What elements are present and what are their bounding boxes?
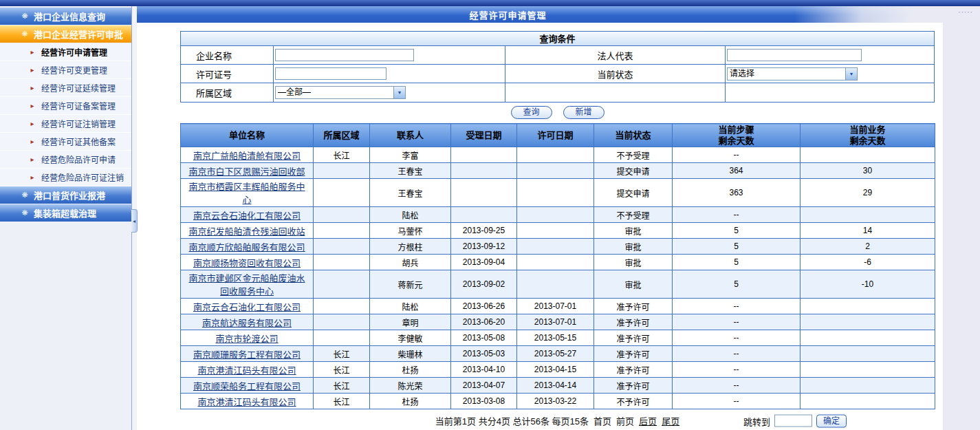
sidebar-collapse-handle[interactable]: ◂ [131,209,138,233]
license-no-cell [274,65,505,83]
col-header-status: 当前状态 [594,124,673,147]
cell-step-days-remaining: -- [673,394,801,409]
cell-status: 审批 [594,223,673,239]
last-page-link[interactable]: 尾页 [662,414,679,427]
region-select[interactable]: —全部— ▼ [275,86,406,99]
sidebar-group-item[interactable]: ❋ 港口企业信息查询 [0,8,131,25]
company-name-link[interactable]: 南京云合石油化工有限公司 [193,302,301,312]
dropdown-arrow-icon: ▼ [845,68,857,80]
cell-region: 长江 [314,147,370,163]
company-name-link[interactable]: 南京顺方欣船舶服务有限公司 [188,242,305,252]
company-name-link[interactable]: 南京市栖霞区丰辉船舶服务中心 [188,182,305,205]
cell-region [314,255,370,270]
cell-region [314,223,370,239]
page-title: 经营许可申请管理 [469,8,546,21]
status-cell: 请选择 ▼ [726,65,934,83]
cell-company-name: 南京顺扬物资回收有限公司 [181,255,314,270]
cell-business-days-remaining: 30 [801,163,935,179]
sidebar-divider: ◂ [132,6,137,430]
cell-region [314,179,370,207]
company-name-link[interactable]: 南京港清江码头有限公司 [197,365,296,376]
cell-step-days-remaining: 363 [673,179,801,207]
sidebar-sub-item[interactable]: ▸ 经营危险品许可证注销 [0,169,131,186]
license-no-input[interactable] [275,67,386,80]
company-name-label: 企业名称 [181,46,274,65]
sidebar-group-item[interactable]: ❋ 集装箱超载治理 [0,204,131,222]
company-name-link[interactable]: 南京顺珊服务工程有限公司 [193,350,301,360]
next-page-link[interactable]: 后页 [639,414,657,427]
cell-region: 长江 [314,346,370,362]
cell-contact: 马蓥怀 [370,223,451,239]
cell-accept-date [451,163,517,179]
sidebar-sub-item[interactable]: ▸ 经营许可证其他备案 [0,133,131,151]
cell-business-days-remaining [801,207,935,223]
company-name-link[interactable]: 南京航达服务有限公司 [202,318,292,328]
sidebar-sub-item[interactable]: ▸ 经营许可变更管理 [0,61,131,79]
sidebar-sub-item[interactable]: ▸ 经营危险品许可申请 [0,151,131,169]
sidebar-sub-label: 经营许可证延续管理 [41,82,116,94]
status-select[interactable]: 请选择 ▼ [727,67,858,80]
cell-accept-date: 2013-05-08 [451,330,517,346]
main-area: 经营许可申请管理 ∙∙∙∙∙ 查询条件 企业名称 法人代表 [137,6,980,430]
company-name-link[interactable]: 南京广益船舶清舱有限公司 [193,151,301,161]
empty-cell [505,83,726,102]
company-name-link[interactable]: 南京顺扬物资回收有限公司 [193,258,301,268]
company-name-input[interactable] [275,49,414,61]
cell-business-days-remaining: -10 [801,270,935,299]
cell-license-date [517,223,594,239]
results-tbody: 南京广益船舶清舱有限公司 长江 李富 不予受理 -- 南京市白下区恩赐污油回收部… [181,147,935,409]
cell-accept-date: 2013-06-20 [451,314,517,330]
legal-rep-input[interactable] [727,49,862,61]
sidebar-group-item[interactable]: ❋ 港口普货作业报港 [0,186,131,204]
cell-region [314,239,370,255]
company-name-link[interactable]: 南京港清江码头有限公司 [197,397,296,407]
cell-business-days-remaining [801,378,935,394]
table-row: 南京航达服务有限公司 章明 2013-06-20 2013-07-01 准予许可… [181,314,935,330]
prev-page-link[interactable]: 前页 [616,414,634,427]
cell-step-days-remaining: -- [673,330,801,346]
jump-to-input[interactable] [774,415,812,427]
cell-company-name: 南京市栖霞区丰辉船舶服务中心 [181,179,314,207]
company-name-link[interactable]: 南京顺荣船务工程有限公司 [193,381,301,391]
cell-step-days-remaining: -- [673,207,801,223]
cell-region [314,207,370,223]
search-button[interactable]: 查询 [511,106,552,119]
cell-status: 准予许可 [594,314,673,330]
sidebar-group-item[interactable]: ❋ 港口企业经营许可审批 [0,25,131,43]
cell-contact: 柴珊林 [370,346,451,362]
sidebar-sub-item[interactable]: ▸ 经营许可证延续管理 [0,79,131,97]
sidebar-menu: ❋ 港口企业信息查询 ❋ 港口企业经营许可审批 ▸ 经营许可申请管理 ▸ 经营许… [0,8,131,222]
table-row: 南京市轮渡公司 李健敏 2013-05-08 2013-05-15 准予许可 -… [181,330,935,346]
sidebar-sub-item[interactable]: ▸ 经营许可证备案管理 [0,97,131,115]
cell-license-date [517,179,594,207]
company-name-link[interactable]: 南京市建邺区金元船舶废油水回收服务中心 [188,273,305,297]
sidebar-sub-item[interactable]: ▸ 经营许可证注销管理 [0,115,131,133]
cell-company-name: 南京市轮渡公司 [181,330,314,346]
submenu-arrow-icon: ▸ [29,66,36,74]
cell-license-date [517,163,594,179]
cell-contact: 陆松 [370,299,451,314]
company-name-link[interactable]: 南京市轮渡公司 [215,334,278,344]
first-page-link[interactable]: 首页 [594,414,611,427]
cell-contact: 杜扬 [370,362,451,378]
region-cell: —全部— ▼ [274,83,505,102]
jump-confirm-button[interactable]: 确定 [816,414,847,427]
submenu-arrow-icon: ▸ [29,173,36,181]
cell-contact: 方根柱 [370,239,451,255]
table-row: 南京港清江码头有限公司 长江 杜扬 2013-04-10 2013-04-15 … [181,362,935,378]
sidebar-sub-item[interactable]: ▸ 经营许可申请管理 [0,43,131,61]
cell-step-days-remaining: 364 [673,163,801,179]
status-select-value: 请选择 [728,68,845,80]
cell-status: 准予许可 [594,362,673,378]
main-body: 查询条件 企业名称 法人代表 许可证号 [137,23,980,430]
cell-step-days-remaining: -- [673,378,801,394]
company-name-link[interactable]: 南京市白下区恩赐污油回收部 [188,166,305,177]
license-no-label: 许可证号 [181,65,274,83]
add-button[interactable]: 新增 [563,106,605,119]
company-name-link[interactable]: 南京纪发船舶清仓残油回收站 [188,226,305,237]
col-header-region: 所属区域 [314,124,370,147]
company-name-link[interactable]: 南京云合石油化工有限公司 [193,211,301,221]
cell-status: 提交申请 [594,163,673,179]
cell-status: 不予许可 [594,394,673,409]
table-row: 南京云合石油化工有限公司 陆松 2013-06-26 2013-07-01 准予… [181,299,935,314]
